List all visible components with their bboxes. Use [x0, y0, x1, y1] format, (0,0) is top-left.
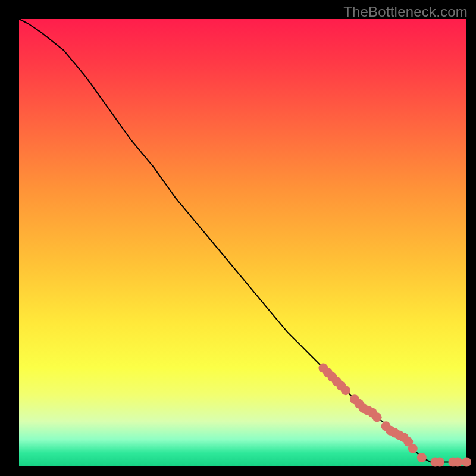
marker-point: [341, 386, 350, 395]
marker-point: [372, 412, 382, 422]
watermark-label: TheBottleneck.com: [343, 4, 468, 20]
bottleneck-curve-path: [19, 19, 466, 462]
marker-point: [417, 453, 427, 462]
highlighted-points: [318, 364, 471, 467]
marker-point: [408, 444, 418, 453]
marker-point: [462, 458, 471, 467]
chart-frame: TheBottleneck.com: [0, 0, 476, 476]
chart-svg: [19, 19, 466, 466]
marker-point: [453, 458, 462, 467]
bottleneck-curve: [19, 19, 466, 462]
plot-area: [19, 19, 466, 466]
marker-point: [435, 458, 444, 467]
